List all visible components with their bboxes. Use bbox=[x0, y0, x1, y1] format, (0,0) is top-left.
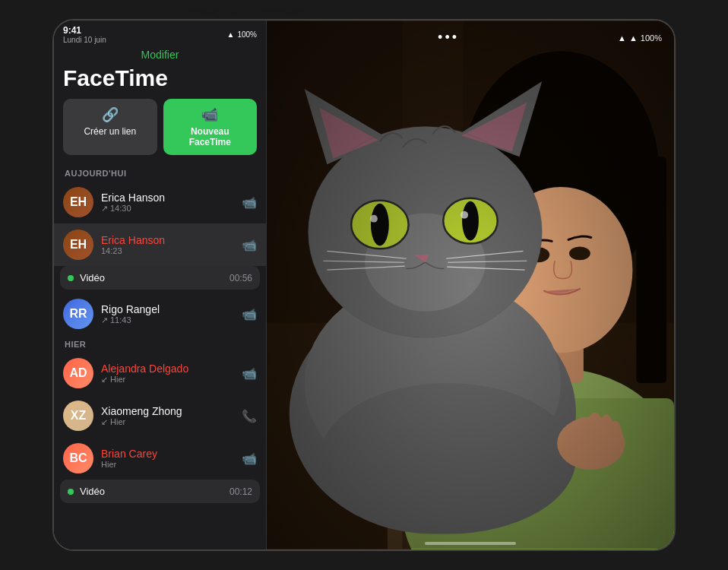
call-time-erica1: 14:30 bbox=[110, 204, 131, 213]
video-dot-1 bbox=[68, 275, 74, 281]
video-action-erica1[interactable]: 📹 bbox=[242, 195, 257, 210]
call-name-erica1: Erica Hanson bbox=[101, 192, 234, 204]
call-name-alejandra: Alejandra Delgado bbox=[101, 363, 234, 375]
action-buttons: 🔗 Créer un lien 📹 Nouveau FaceTime bbox=[54, 99, 266, 164]
call-meta-erica2: 14:23 bbox=[101, 246, 234, 255]
create-link-button[interactable]: 🔗 Créer un lien bbox=[63, 99, 157, 155]
section-today: AUJOURD'HUI bbox=[54, 164, 266, 181]
avatar-erica1: EH bbox=[63, 187, 93, 217]
call-item-xiaomeng[interactable]: XZ Xiaomeng Zhong ↙ Hier 📞 bbox=[54, 394, 266, 437]
outgoing-arrow-rigo: ↗ bbox=[101, 315, 108, 325]
left-panel: 9:41 Lundi 10 juin ▲ 100% Modifier FaceT… bbox=[54, 21, 267, 549]
call-info-erica1: Erica Hanson ↗ 14:30 bbox=[101, 192, 234, 214]
right-panel: ••• ▲ ▲ 100% bbox=[267, 21, 674, 549]
modifier-button[interactable]: Modifier bbox=[54, 47, 266, 64]
status-bar: 9:41 Lundi 10 juin ▲ 100% bbox=[54, 21, 266, 47]
video-label-1: Vidéo bbox=[80, 272, 223, 283]
top-right-status: ▲ ▲ 100% bbox=[618, 33, 662, 43]
screen: 9:41 Lundi 10 juin ▲ 100% Modifier FaceT… bbox=[54, 21, 674, 549]
phone-action-xiaomeng[interactable]: 📞 bbox=[242, 409, 257, 423]
outgoing-arrow-erica1: ↗ bbox=[101, 204, 108, 214]
call-name-rigo: Rigo Rangel bbox=[101, 303, 234, 315]
incoming-arrow-alejandra: ↙ bbox=[101, 375, 108, 385]
video-action-alejandra[interactable]: 📹 bbox=[242, 366, 257, 381]
call-item-alejandra[interactable]: AD Alejandra Delgado ↙ Hier 📹 bbox=[54, 352, 266, 394]
video-label-2: Vidéo bbox=[80, 486, 223, 497]
call-info-erica2: Erica Hanson 14:23 bbox=[101, 234, 234, 255]
annotation-text: Un message vidéo enregistré bbox=[167, 6, 305, 18]
call-item-erica2[interactable]: EH Erica Hanson 14:23 📹 bbox=[54, 223, 266, 266]
avatar-brian: BC bbox=[63, 443, 93, 473]
battery-icon: 100% bbox=[237, 30, 257, 39]
device-frame: 9:41 Lundi 10 juin ▲ 100% Modifier FaceT… bbox=[52, 19, 676, 551]
call-meta-brian: Hier bbox=[101, 460, 234, 469]
home-indicator bbox=[425, 542, 516, 545]
call-meta-alejandra: ↙ Hier bbox=[101, 375, 234, 385]
call-meta-erica1: ↗ 14:30 bbox=[101, 204, 234, 214]
status-date: Lundi 10 juin bbox=[63, 36, 106, 44]
call-meta-xiaomeng: ↙ Hier bbox=[101, 417, 234, 427]
video-action-rigo[interactable]: 📹 bbox=[242, 307, 257, 321]
avatar-erica2: EH bbox=[63, 230, 93, 260]
call-name-erica2: Erica Hanson bbox=[101, 234, 234, 246]
call-info-rigo: Rigo Rangel ↗ 11:43 bbox=[101, 303, 234, 325]
call-meta-rigo: ↗ 11:43 bbox=[101, 315, 234, 325]
signal-icon: ▲ bbox=[618, 33, 626, 43]
video-action-erica2[interactable]: 📹 bbox=[242, 238, 257, 252]
wifi-icon: ▲ bbox=[227, 30, 235, 39]
call-item-erica1[interactable]: EH Erica Hanson ↗ 14:30 📹 bbox=[54, 181, 266, 223]
avatar-xiaomeng: XZ bbox=[63, 401, 93, 431]
call-info-alejandra: Alejandra Delgado ↙ Hier bbox=[101, 363, 234, 385]
call-item-brian[interactable]: BC Brian Carey Hier 📹 bbox=[54, 437, 266, 480]
status-left: 9:41 Lundi 10 juin bbox=[63, 25, 106, 44]
photo-canvas bbox=[267, 21, 674, 549]
video-message-row-1[interactable]: Vidéo 00:56 bbox=[60, 266, 260, 290]
call-time-alejandra: Hier bbox=[110, 375, 125, 384]
call-item-rigo[interactable]: RR Rigo Rangel ↗ 11:43 📹 bbox=[54, 293, 266, 335]
video-message-row-2[interactable]: Vidéo 00:12 bbox=[60, 480, 260, 503]
call-info-brian: Brian Carey Hier bbox=[101, 448, 234, 469]
new-facetime-button[interactable]: 📹 Nouveau FaceTime bbox=[163, 99, 258, 155]
call-time-rigo: 11:43 bbox=[110, 315, 131, 325]
new-facetime-label: Nouveau FaceTime bbox=[169, 126, 252, 147]
avatar-rigo: RR bbox=[63, 299, 93, 329]
call-time-erica2: 14:23 bbox=[101, 246, 122, 255]
top-bar: ••• ▲ ▲ 100% bbox=[267, 27, 674, 49]
call-time-brian: Hier bbox=[101, 460, 116, 469]
wifi-icon-right: ▲ bbox=[629, 33, 638, 43]
call-info-xiaomeng: Xiaomeng Zhong ↙ Hier bbox=[101, 405, 234, 427]
outer-wrapper: Un message vidéo enregistré 9:41 Lundi 1… bbox=[0, 0, 728, 570]
app-title: FaceTime bbox=[54, 64, 266, 99]
incoming-arrow-xiaomeng: ↙ bbox=[101, 417, 108, 427]
link-icon: 🔗 bbox=[102, 106, 119, 123]
video-dot-2 bbox=[68, 489, 74, 495]
video-duration-2: 00:12 bbox=[229, 486, 252, 497]
call-time-xiaomeng: Hier bbox=[110, 417, 125, 426]
status-icons: ▲ 100% bbox=[227, 30, 257, 39]
three-dots-menu[interactable]: ••• bbox=[438, 30, 459, 46]
call-name-xiaomeng: Xiaomeng Zhong bbox=[101, 405, 234, 417]
video-camera-icon: 📹 bbox=[201, 106, 218, 123]
avatar-alejandra: AD bbox=[63, 358, 93, 388]
call-name-brian: Brian Carey bbox=[101, 448, 234, 460]
video-action-brian[interactable]: 📹 bbox=[242, 451, 257, 466]
create-link-label: Créer un lien bbox=[84, 126, 136, 137]
section-yesterday: HIER bbox=[54, 335, 266, 352]
video-duration-1: 00:56 bbox=[229, 273, 252, 283]
battery-status: 100% bbox=[641, 33, 662, 43]
svg-rect-46 bbox=[267, 21, 674, 549]
call-list: AUJOURD'HUI EH Erica Hanson ↗ 14:30 📹 bbox=[54, 164, 266, 549]
status-time: 9:41 bbox=[63, 25, 106, 36]
